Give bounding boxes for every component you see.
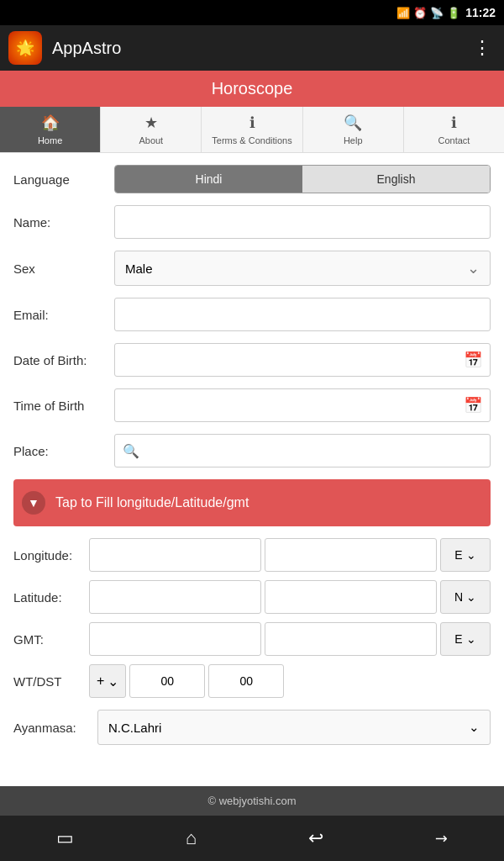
sex-display[interactable]: Male ⌄ (114, 251, 491, 286)
gmt-input-1[interactable] (89, 622, 261, 656)
name-label: Name: (13, 215, 114, 230)
home-button[interactable]: ⌂ (169, 824, 213, 853)
chevron-down-icon: ⌄ (467, 259, 480, 277)
tab-help[interactable]: 🔍 Help (303, 107, 404, 152)
language-toggle-wrap: Hindi English (114, 165, 491, 193)
language-label: Language (13, 172, 114, 187)
status-bar: 📶 ⏰ 📡 🔋 11:22 (0, 0, 504, 25)
latitude-row: Latitude: N ⌄ (13, 580, 491, 614)
gmt-row: GMT: E ⌄ (13, 622, 491, 656)
dob-row: Date of Birth: 📅 (13, 343, 491, 377)
place-row: Place: 🔍 (13, 434, 491, 467)
wt-plus-button[interactable]: + ⌄ (89, 664, 126, 698)
tab-contact[interactable]: ℹ Contact (404, 107, 504, 152)
terms-icon: ℹ (249, 114, 255, 132)
app-bar: 🌟 AppAstro ⋮ (0, 25, 504, 71)
email-input[interactable] (114, 298, 491, 331)
hindi-button[interactable]: Hindi (115, 166, 302, 193)
wt-chevron-icon: ⌄ (108, 673, 118, 689)
fill-coordinates-button[interactable]: ▼ Tap to Fill longitude/Latitude/gmt (13, 479, 491, 526)
dob-label: Date of Birth: (13, 353, 114, 367)
longitude-chevron-icon: ⌄ (466, 548, 476, 562)
app-icon: 🌟 (8, 31, 42, 65)
gmt-inputs: E ⌄ (89, 622, 491, 656)
signal-icon: 📶 (396, 7, 410, 19)
dob-date-wrap: 📅 (114, 343, 491, 377)
recent-apps-button[interactable]: ▭ (39, 824, 91, 853)
place-input[interactable] (114, 434, 491, 467)
longitude-input-1[interactable] (89, 538, 261, 572)
nav-tabs: 🏠 Home ★ About ℹ Terms & Conditions 🔍 He… (0, 107, 504, 153)
sex-select[interactable]: Male ⌄ (114, 251, 491, 286)
dob-input[interactable] (114, 343, 491, 377)
battery-icon: 🔋 (447, 7, 460, 19)
longitude-row: Longitude: E ⌄ (13, 538, 491, 572)
ayanmasa-label: Ayanmasa: (13, 721, 97, 735)
ayanmasa-value: N.C.Lahri (108, 721, 161, 735)
gmt-direction-select[interactable]: E ⌄ (440, 622, 491, 656)
dob-input-wrap: 📅 (114, 343, 491, 377)
time-icon[interactable]: 📅 (464, 396, 482, 415)
longitude-direction-select[interactable]: E ⌄ (440, 538, 491, 572)
gmt-chevron-icon: ⌄ (466, 632, 476, 646)
latitude-chevron-icon: ⌄ (466, 590, 476, 604)
longitude-inputs: E ⌄ (89, 538, 491, 572)
place-search-wrap: 🔍 (114, 434, 491, 467)
place-input-wrap: 🔍 (114, 434, 491, 467)
up-button[interactable]: ↗ (417, 813, 467, 861)
name-input[interactable] (114, 205, 491, 239)
language-row: Language Hindi English (13, 165, 491, 193)
navigation-bar: ▭ ⌂ ↩ ↗ (0, 816, 504, 861)
latitude-label: Latitude: (13, 590, 89, 605)
wt-row: WT/DST + ⌄ (13, 664, 491, 698)
tob-input[interactable] (114, 388, 491, 422)
wt-label: WT/DST (13, 674, 89, 689)
name-input-wrap (114, 205, 491, 239)
latitude-dir-value: N (454, 590, 463, 604)
footer: © webjyotishi.com (0, 786, 504, 816)
gmt-dir-value: E (454, 632, 462, 646)
latitude-direction-select[interactable]: N ⌄ (440, 580, 491, 614)
place-label: Place: (13, 444, 114, 458)
wifi-icon: 📡 (430, 7, 444, 19)
latitude-inputs: N ⌄ (89, 580, 491, 614)
about-icon: ★ (144, 114, 158, 132)
sex-row: Sex Male ⌄ (13, 251, 491, 286)
alarm-icon: ⏰ (413, 7, 427, 19)
latitude-input-1[interactable] (89, 580, 261, 614)
menu-dots-button[interactable]: ⋮ (469, 33, 496, 63)
calendar-icon[interactable]: 📅 (464, 351, 482, 369)
tob-row: Time of Birth 📅 (13, 388, 491, 422)
tab-home[interactable]: 🏠 Home (0, 107, 101, 152)
ayanmasa-chevron-icon: ⌄ (469, 720, 480, 735)
arrow-down-icon: ▼ (22, 491, 45, 515)
wt-input-1[interactable] (129, 664, 205, 698)
sex-label: Sex (13, 261, 114, 276)
gmt-input-2[interactable] (265, 622, 437, 656)
latitude-input-2[interactable] (265, 580, 437, 614)
longitude-input-2[interactable] (265, 538, 437, 572)
sex-value: Male (125, 261, 153, 276)
app-title: AppAstro (52, 39, 469, 58)
status-time: 11:22 (465, 6, 496, 19)
gmt-label: GMT: (13, 632, 89, 647)
ayanmasa-select[interactable]: N.C.Lahri ⌄ (97, 710, 491, 745)
footer-text: © webjyotishi.com (208, 795, 297, 807)
language-toggle: Hindi English (114, 165, 491, 193)
tob-date-wrap: 📅 (114, 388, 491, 422)
horoscope-banner: Horoscope (0, 71, 504, 107)
email-label: Email: (13, 308, 114, 322)
name-row: Name: (13, 205, 491, 239)
tab-about[interactable]: ★ About (101, 107, 202, 152)
email-input-wrap (114, 298, 491, 331)
home-icon: 🏠 (41, 114, 60, 132)
tab-terms[interactable]: ℹ Terms & Conditions (202, 107, 302, 152)
tob-label: Time of Birth (13, 399, 114, 413)
longitude-dir-value: E (454, 548, 462, 562)
wt-input-2[interactable] (208, 664, 284, 698)
plus-icon: + (97, 673, 104, 689)
english-button[interactable]: English (302, 166, 490, 193)
email-row: Email: (13, 298, 491, 331)
back-button[interactable]: ↩ (291, 824, 340, 853)
sex-select-wrap: Male ⌄ (114, 251, 491, 286)
